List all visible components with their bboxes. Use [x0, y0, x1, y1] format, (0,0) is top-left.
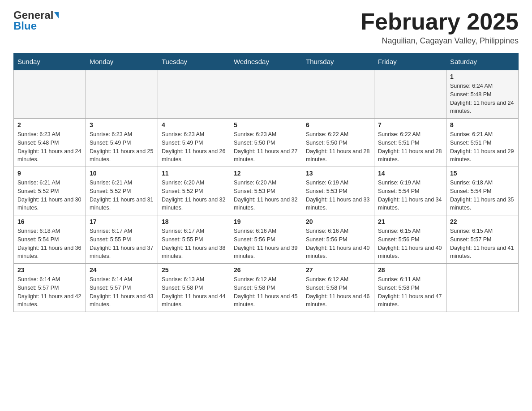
day-number: 16 — [17, 218, 82, 225]
day-number: 23 — [17, 266, 82, 274]
logo-triangle-icon — [54, 12, 59, 18]
calendar-cell: 10Sunrise: 6:21 AMSunset: 5:52 PMDayligh… — [86, 167, 158, 215]
calendar-cell: 3Sunrise: 6:23 AMSunset: 5:49 PMDaylight… — [86, 119, 158, 167]
week-row-3: 9Sunrise: 6:21 AMSunset: 5:52 PMDaylight… — [14, 167, 519, 215]
day-number: 2 — [17, 121, 82, 128]
calendar-cell: 26Sunrise: 6:12 AMSunset: 5:58 PMDayligh… — [230, 264, 302, 312]
day-number: 26 — [234, 266, 298, 274]
calendar-table: SundayMondayTuesdayWednesdayThursdayFrid… — [13, 53, 519, 312]
day-number: 5 — [234, 121, 298, 128]
calendar-cell: 9Sunrise: 6:21 AMSunset: 5:52 PMDaylight… — [14, 167, 86, 215]
day-header-thursday: Thursday — [302, 53, 374, 70]
day-header-wednesday: Wednesday — [230, 53, 302, 70]
week-row-1: 1Sunrise: 6:24 AMSunset: 5:48 PMDaylight… — [14, 70, 519, 119]
day-number: 17 — [90, 218, 154, 225]
calendar-cell — [302, 70, 374, 119]
day-info: Sunrise: 6:19 AMSunset: 5:54 PMDaylight:… — [378, 179, 442, 212]
day-number: 15 — [450, 170, 515, 177]
calendar-cell: 11Sunrise: 6:20 AMSunset: 5:52 PMDayligh… — [158, 167, 230, 215]
calendar-cell: 8Sunrise: 6:21 AMSunset: 5:51 PMDaylight… — [446, 119, 519, 167]
calendar-body: 1Sunrise: 6:24 AMSunset: 5:48 PMDaylight… — [14, 70, 519, 312]
calendar-cell: 17Sunrise: 6:17 AMSunset: 5:55 PMDayligh… — [86, 215, 158, 264]
day-info: Sunrise: 6:14 AMSunset: 5:57 PMDaylight:… — [90, 275, 154, 309]
day-info: Sunrise: 6:20 AMSunset: 5:53 PMDaylight:… — [234, 179, 298, 212]
calendar-cell: 1Sunrise: 6:24 AMSunset: 5:48 PMDaylight… — [446, 70, 519, 119]
month-title: February 2025 — [360, 9, 519, 34]
calendar-cell: 22Sunrise: 6:15 AMSunset: 5:57 PMDayligh… — [446, 215, 519, 264]
day-info: Sunrise: 6:12 AMSunset: 5:58 PMDaylight:… — [234, 275, 298, 309]
calendar-cell — [158, 70, 230, 119]
logo: General Blue — [13, 9, 59, 32]
week-row-2: 2Sunrise: 6:23 AMSunset: 5:48 PMDaylight… — [14, 119, 519, 167]
logo-blue: Blue — [13, 20, 37, 32]
day-number: 13 — [306, 170, 370, 177]
day-info: Sunrise: 6:18 AMSunset: 5:54 PMDaylight:… — [17, 227, 82, 261]
day-info: Sunrise: 6:21 AMSunset: 5:52 PMDaylight:… — [17, 179, 82, 212]
day-info: Sunrise: 6:12 AMSunset: 5:58 PMDaylight:… — [306, 275, 370, 309]
day-info: Sunrise: 6:24 AMSunset: 5:48 PMDaylight:… — [450, 82, 515, 116]
calendar-cell: 19Sunrise: 6:16 AMSunset: 5:56 PMDayligh… — [230, 215, 302, 264]
day-header-sunday: Sunday — [14, 53, 86, 70]
day-header-tuesday: Tuesday — [158, 53, 230, 70]
calendar-cell — [86, 70, 158, 119]
day-info: Sunrise: 6:22 AMSunset: 5:51 PMDaylight:… — [378, 130, 442, 164]
week-row-5: 23Sunrise: 6:14 AMSunset: 5:57 PMDayligh… — [14, 264, 519, 312]
location: Naguilian, Cagayan Valley, Philippines — [360, 36, 519, 46]
calendar-cell: 27Sunrise: 6:12 AMSunset: 5:58 PMDayligh… — [302, 264, 374, 312]
day-number: 24 — [90, 266, 154, 274]
day-info: Sunrise: 6:11 AMSunset: 5:58 PMDaylight:… — [378, 275, 442, 309]
calendar-cell: 13Sunrise: 6:19 AMSunset: 5:53 PMDayligh… — [302, 167, 374, 215]
calendar-cell: 24Sunrise: 6:14 AMSunset: 5:57 PMDayligh… — [86, 264, 158, 312]
page-header: General Blue February 2025 Naguilian, Ca… — [13, 9, 519, 46]
day-info: Sunrise: 6:23 AMSunset: 5:50 PMDaylight:… — [234, 130, 298, 164]
day-number: 18 — [162, 218, 226, 225]
day-number: 7 — [378, 121, 442, 128]
calendar-cell: 4Sunrise: 6:23 AMSunset: 5:49 PMDaylight… — [158, 119, 230, 167]
day-header-saturday: Saturday — [446, 53, 519, 70]
day-number: 6 — [306, 121, 370, 128]
day-info: Sunrise: 6:22 AMSunset: 5:50 PMDaylight:… — [306, 130, 370, 164]
day-info: Sunrise: 6:16 AMSunset: 5:56 PMDaylight:… — [234, 227, 298, 261]
day-info: Sunrise: 6:23 AMSunset: 5:48 PMDaylight:… — [17, 130, 82, 164]
day-info: Sunrise: 6:16 AMSunset: 5:56 PMDaylight:… — [306, 227, 370, 261]
day-info: Sunrise: 6:18 AMSunset: 5:54 PMDaylight:… — [450, 179, 515, 212]
calendar-cell: 14Sunrise: 6:19 AMSunset: 5:54 PMDayligh… — [374, 167, 446, 215]
day-number: 14 — [378, 170, 442, 177]
day-info: Sunrise: 6:21 AMSunset: 5:52 PMDaylight:… — [90, 179, 154, 212]
day-header-monday: Monday — [86, 53, 158, 70]
calendar-header: SundayMondayTuesdayWednesdayThursdayFrid… — [14, 53, 519, 70]
calendar-cell: 15Sunrise: 6:18 AMSunset: 5:54 PMDayligh… — [446, 167, 519, 215]
day-number: 12 — [234, 170, 298, 177]
day-info: Sunrise: 6:19 AMSunset: 5:53 PMDaylight:… — [306, 179, 370, 212]
calendar-cell — [230, 70, 302, 119]
calendar-cell — [374, 70, 446, 119]
calendar-cell: 6Sunrise: 6:22 AMSunset: 5:50 PMDaylight… — [302, 119, 374, 167]
day-number: 4 — [162, 121, 226, 128]
day-number: 8 — [450, 121, 515, 128]
day-info: Sunrise: 6:23 AMSunset: 5:49 PMDaylight:… — [90, 130, 154, 164]
calendar-cell: 28Sunrise: 6:11 AMSunset: 5:58 PMDayligh… — [374, 264, 446, 312]
day-number: 1 — [450, 73, 515, 80]
day-info: Sunrise: 6:17 AMSunset: 5:55 PMDaylight:… — [90, 227, 154, 261]
day-number: 9 — [17, 170, 82, 177]
day-number: 10 — [90, 170, 154, 177]
day-info: Sunrise: 6:23 AMSunset: 5:49 PMDaylight:… — [162, 130, 226, 164]
day-info: Sunrise: 6:14 AMSunset: 5:57 PMDaylight:… — [17, 275, 82, 309]
calendar-cell — [14, 70, 86, 119]
day-number: 27 — [306, 266, 370, 274]
calendar-cell: 20Sunrise: 6:16 AMSunset: 5:56 PMDayligh… — [302, 215, 374, 264]
day-header-row: SundayMondayTuesdayWednesdayThursdayFrid… — [14, 53, 519, 70]
calendar-cell: 16Sunrise: 6:18 AMSunset: 5:54 PMDayligh… — [14, 215, 86, 264]
calendar-cell: 7Sunrise: 6:22 AMSunset: 5:51 PMDaylight… — [374, 119, 446, 167]
day-number: 20 — [306, 218, 370, 225]
calendar-cell: 18Sunrise: 6:17 AMSunset: 5:55 PMDayligh… — [158, 215, 230, 264]
day-info: Sunrise: 6:15 AMSunset: 5:56 PMDaylight:… — [378, 227, 442, 261]
day-number: 11 — [162, 170, 226, 177]
calendar-cell: 23Sunrise: 6:14 AMSunset: 5:57 PMDayligh… — [14, 264, 86, 312]
day-number: 22 — [450, 218, 515, 225]
calendar-cell: 25Sunrise: 6:13 AMSunset: 5:58 PMDayligh… — [158, 264, 230, 312]
day-number: 3 — [90, 121, 154, 128]
day-info: Sunrise: 6:15 AMSunset: 5:57 PMDaylight:… — [450, 227, 515, 261]
calendar-cell: 5Sunrise: 6:23 AMSunset: 5:50 PMDaylight… — [230, 119, 302, 167]
day-number: 25 — [162, 266, 226, 274]
